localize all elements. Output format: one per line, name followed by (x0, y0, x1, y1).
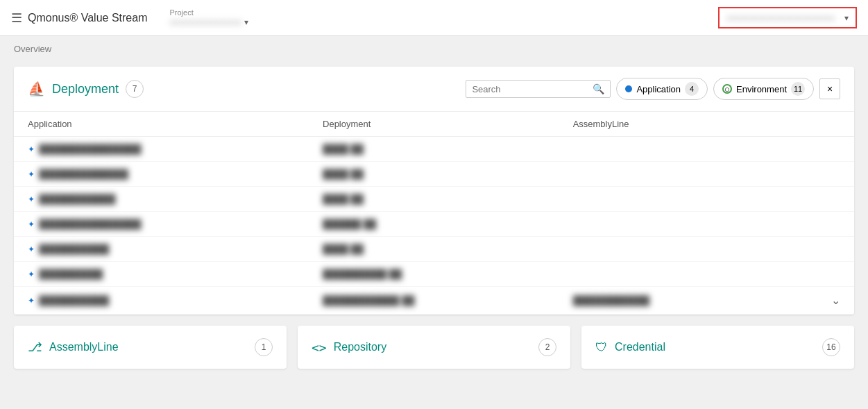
cell-deployment-value: ████ ██ (323, 169, 364, 179)
expand-button[interactable]: ⌄ (831, 294, 840, 307)
credential-count: 16 (822, 338, 840, 356)
col-header-expand (777, 112, 854, 137)
cell-deployment: ████ ██ (309, 137, 559, 162)
cell-deployment-value: ████ ██ (323, 244, 364, 254)
cell-deployment-value: ████ ██ (323, 144, 364, 154)
cell-assemblyline (559, 262, 778, 287)
cell-expand (777, 162, 854, 187)
cell-application: ✦███████████ (14, 287, 309, 315)
deployment-card: ⛵ Deployment 7 🔍 Application 4 ○ Environ… (14, 67, 854, 315)
cell-application: ✦██████████████ (14, 162, 309, 187)
logo-text: Qmonus® Value Stream (28, 12, 147, 24)
row-app-icon: ✦ (28, 244, 35, 254)
repository-card[interactable]: <> Repository 2 (298, 326, 570, 369)
deployment-count-badge: 7 (126, 80, 144, 98)
logo-area: Qmonus® Value Stream (28, 12, 147, 24)
main-content: ⛵ Deployment 7 🔍 Application 4 ○ Environ… (0, 61, 868, 383)
deployment-table: Application Deployment AssemblyLine ✦███… (14, 112, 854, 315)
cell-application-value: ██████████ (39, 269, 103, 279)
table-row: ✦████████████████████ ██ (14, 137, 854, 162)
cell-application-value: ███████████ (39, 295, 109, 306)
credential-title: Credential (615, 341, 815, 353)
card-header-right: 🔍 Application 4 ○ Environment 11 × (466, 78, 840, 100)
environment-filter-button[interactable]: ○ Environment 11 (713, 78, 814, 100)
table-row: ✦████████████████ ██ (14, 187, 854, 212)
cell-assemblyline (559, 237, 778, 262)
cell-assemblyline (559, 187, 778, 212)
cell-application: ✦██████████ (14, 262, 309, 287)
assemblyline-icon: ⎇ (28, 340, 42, 355)
project-selector: Project xxxxxxxxxxxxxxxx ▾ (169, 8, 248, 27)
breadcrumb: Overview (14, 44, 51, 54)
card-title: Deployment (52, 82, 119, 97)
header-right: xxxxxxxxxxxxxxxxxxxxxxxx ▾ (718, 7, 857, 28)
hamburger-button[interactable]: ☰ (11, 8, 28, 28)
deployment-icon: ⛵ (28, 81, 45, 97)
table-row: ✦██████████████████████ ██ (14, 212, 854, 237)
cell-assemblyline (559, 212, 778, 237)
cell-assemblyline-value: ████████████ (573, 295, 650, 306)
cell-assemblyline (559, 137, 778, 162)
cell-expand (777, 237, 854, 262)
environment-globe-icon: ○ (722, 84, 732, 94)
cell-deployment: ██████ ██ (309, 212, 559, 237)
credential-shield-icon: 🛡 (595, 340, 608, 355)
cell-deployment: ████ ██ (309, 237, 559, 262)
search-input[interactable] (472, 84, 588, 94)
col-header-application: Application (14, 112, 309, 137)
cell-expand (777, 212, 854, 237)
table-row: ✦██████████████████ ██ (14, 162, 854, 187)
col-header-assemblyline: AssemblyLine (559, 112, 778, 137)
cell-expand (777, 187, 854, 212)
user-chevron-icon: ▾ (844, 13, 849, 23)
application-filter-count: 4 (685, 82, 699, 96)
header: ☰ Qmonus® Value Stream Project xxxxxxxxx… (0, 0, 868, 36)
project-value: xxxxxxxxxxxxxxxx (169, 17, 241, 27)
row-app-icon: ✦ (28, 219, 35, 229)
table-row: ✦████████████████████ ██ (14, 262, 854, 287)
cell-deployment-value: ██████████ ██ (323, 269, 402, 279)
application-dot-icon (625, 85, 632, 92)
hamburger-icon: ☰ (11, 11, 22, 25)
assemblyline-card[interactable]: ⎇ AssemblyLine 1 (14, 326, 287, 369)
cell-deployment: ████████████ ██ (309, 287, 559, 315)
row-app-icon: ✦ (28, 269, 35, 279)
cell-assemblyline: ████████████ (559, 287, 778, 315)
cell-application: ✦███████████ (14, 237, 309, 262)
search-icon: 🔍 (593, 83, 604, 94)
application-filter-label: Application (636, 84, 681, 94)
bottom-cards: ⎇ AssemblyLine 1 <> Repository 2 🛡 Crede… (14, 326, 854, 369)
assemblyline-count: 1 (255, 338, 273, 356)
cell-deployment: ██████████ ██ (309, 262, 559, 287)
cell-deployment: ████ ██ (309, 187, 559, 212)
cell-expand (777, 137, 854, 162)
row-app-icon: ✦ (28, 296, 35, 306)
table-header-row: Application Deployment AssemblyLine (14, 112, 854, 137)
clear-filter-button[interactable]: × (819, 78, 840, 99)
project-label: Project (169, 8, 248, 17)
user-dropdown[interactable]: xxxxxxxxxxxxxxxxxxxxxxxx ▾ (718, 7, 857, 28)
assemblyline-title: AssemblyLine (49, 341, 248, 353)
cell-deployment-value: ████ ██ (323, 194, 364, 204)
card-title-area: ⛵ Deployment 7 (28, 80, 144, 98)
row-app-icon: ✦ (28, 169, 35, 179)
cell-expand (777, 262, 854, 287)
cell-deployment: ████ ██ (309, 162, 559, 187)
project-dropdown[interactable]: xxxxxxxxxxxxxxxx ▾ (169, 17, 248, 27)
cell-application: ✦████████████████ (14, 137, 309, 162)
credential-card[interactable]: 🛡 Credential 16 (581, 326, 854, 369)
card-header: ⛵ Deployment 7 🔍 Application 4 ○ Environ… (14, 67, 854, 112)
repository-count: 2 (538, 338, 556, 356)
repository-title: Repository (334, 341, 531, 353)
cell-application-value: ████████████████ (39, 144, 141, 154)
environment-filter-count: 11 (791, 82, 805, 96)
cell-application-value: ████████████ (39, 194, 116, 204)
table-row: ✦███████████████ ██ (14, 237, 854, 262)
cell-application: ✦████████████████ (14, 212, 309, 237)
table-row: ✦███████████████████████ ██████████████⌄ (14, 287, 854, 315)
cell-application-value: ██████████████ (39, 169, 128, 179)
user-value: xxxxxxxxxxxxxxxxxxxxxxxx (726, 12, 842, 23)
project-chevron-icon: ▾ (244, 17, 248, 27)
search-box[interactable]: 🔍 (466, 80, 611, 98)
application-filter-button[interactable]: Application 4 (616, 78, 708, 100)
